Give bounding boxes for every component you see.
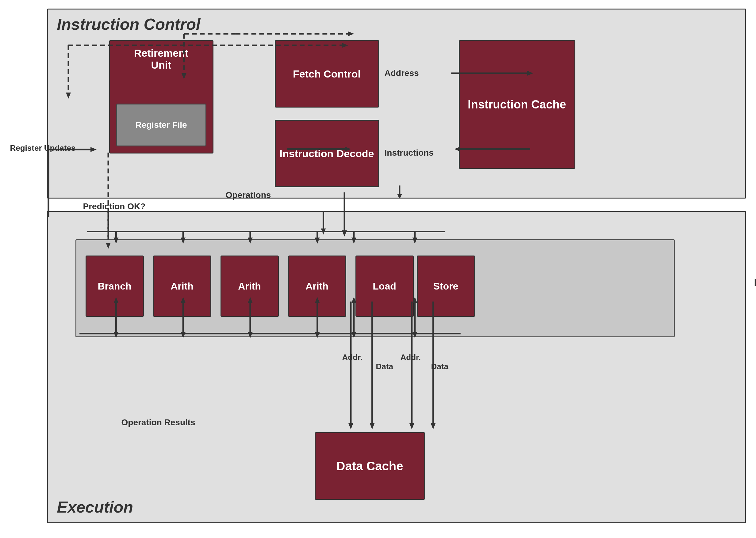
fetch-control-box: Fetch Control (275, 40, 379, 108)
instruction-decode-box: Instruction Decode (275, 120, 379, 187)
functional-units-text: Functional Units (748, 276, 756, 300)
svg-marker-54 (431, 423, 435, 430)
functional-units-area: Branch Arith Arith Arith Load Store (76, 239, 675, 337)
retirement-unit-label: RetirementUnit (110, 47, 213, 71)
svg-marker-52 (409, 423, 414, 430)
addr2-label: Addr. (401, 352, 421, 362)
operations-label: Operations (226, 190, 271, 200)
functional-units-label: Functional Units (748, 239, 756, 337)
branch-box: Branch (86, 255, 144, 317)
execution-title: Execution (57, 498, 133, 516)
prediction-ok-label: Prediction OK? (83, 202, 146, 211)
branch-label: Branch (97, 281, 131, 292)
instruction-control-title: Instruction Control (57, 15, 201, 33)
data-cache-label: Data Cache (337, 459, 403, 473)
data2-label: Data (431, 362, 448, 371)
instruction-control-section: Instruction Control RetirementUnit Regis… (47, 9, 746, 198)
arith2-box: Arith (220, 255, 279, 317)
addr1-label: Addr. (342, 352, 362, 362)
instruction-decode-label: Instruction Decode (280, 148, 374, 160)
diagram-wrapper: Instruction Control RetirementUnit Regis… (10, 9, 746, 529)
arith3-label: Arith (305, 281, 329, 292)
instructions-label: Instructions (385, 148, 434, 158)
svg-marker-12 (397, 194, 402, 198)
data1-label: Data (376, 362, 393, 371)
operation-results-label: Operation Results (121, 418, 195, 427)
instruction-cache-label: Instruction Cache (468, 98, 566, 111)
store-box: Store (417, 255, 475, 317)
store-label: Store (433, 281, 459, 292)
svg-marker-14 (321, 229, 326, 235)
arith1-label: Arith (170, 281, 194, 292)
register-file-label: Register File (135, 120, 187, 130)
load-box: Load (355, 255, 414, 317)
address-label: Address (385, 68, 419, 78)
retirement-unit-box: RetirementUnit Register File (109, 40, 214, 153)
arith3-box: Arith (288, 255, 346, 317)
svg-marker-48 (348, 423, 353, 430)
execution-section: Execution Branch Arith Arith Arith Load (47, 211, 746, 523)
arith1-box: Arith (153, 255, 211, 317)
svg-marker-1 (348, 31, 354, 36)
arith2-label: Arith (238, 281, 261, 292)
register-file-box: Register File (116, 104, 206, 146)
instruction-cache-box: Instruction Cache (459, 40, 575, 169)
load-label: Load (373, 281, 396, 292)
register-updates-label: Register Updates (10, 143, 76, 153)
data-cache-box: Data Cache (315, 432, 425, 500)
fetch-control-label: Fetch Control (293, 68, 361, 80)
svg-marker-50 (370, 423, 374, 430)
